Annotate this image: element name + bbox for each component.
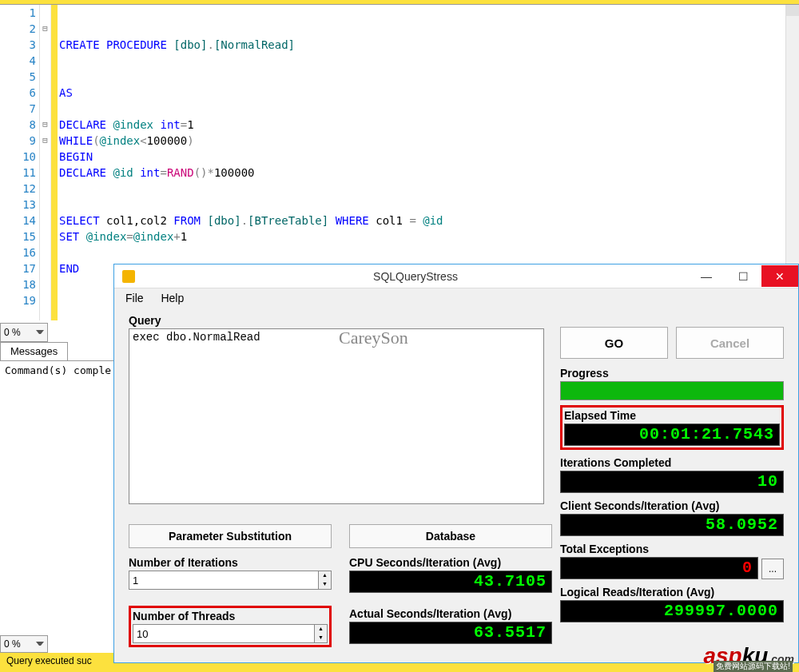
logical-reads-readout: 299997.0000 [560,600,784,622]
messages-tab[interactable]: Messages [0,342,68,361]
chevron-down-icon [36,642,44,650]
num-iterations-label: Number of Iterations [129,556,332,569]
chevron-down-icon [36,330,44,338]
fold-column[interactable]: ⊟⊟⊟ [40,5,51,320]
actual-seconds-readout: 63.5517 [349,622,552,644]
client-seconds-label: Client Seconds/Iteration (Avg) [560,499,784,512]
change-marker [51,5,58,320]
num-threads-input[interactable] [133,624,315,643]
go-button[interactable]: GO [560,327,668,359]
num-threads-label: Number of Threads [133,610,328,622]
window-title: SQLQueryStress [143,270,688,283]
progress-bar [560,381,784,400]
menu-bar: File Help [114,288,798,309]
app-icon [122,270,135,283]
database-button[interactable]: Database [349,524,552,548]
threads-stepper[interactable]: ▲▼ [315,624,328,643]
sqlquerystress-window: SQLQueryStress — ☐ ✕ File Help Query exe… [113,264,799,663]
progress-label: Progress [560,367,784,380]
total-exceptions-readout: 0 [560,557,758,579]
param-substitution-button[interactable]: Parameter Substitution [129,524,332,548]
cpu-seconds-readout: 43.7105 [349,571,552,593]
elapsed-highlight: Elapsed Time 00:01:21.7543 [560,405,784,450]
elapsed-readout: 00:01:21.7543 [564,423,780,446]
iterations-completed-readout: 10 [560,471,784,493]
cancel-button[interactable]: Cancel [676,327,784,359]
exceptions-details-button[interactable]: ... [761,559,784,579]
close-button[interactable]: ✕ [761,265,798,287]
threads-highlight: Number of Threads ▲▼ [129,606,332,647]
total-exceptions-label: Total Exceptions [560,543,784,555]
line-gutter: 12345678910111213141516171819 [0,5,40,320]
zoom-dropdown-bottom[interactable]: 0 % [0,635,48,653]
watermark: CareySon [339,328,408,348]
zoom-dropdown[interactable]: 0 % [0,323,48,342]
query-label: Query [129,314,552,327]
cpu-seconds-label: CPU Seconds/Iteration (Avg) [349,556,552,569]
client-seconds-readout: 58.0952 [560,514,784,536]
window-titlebar[interactable]: SQLQueryStress — ☐ ✕ [114,264,798,288]
iterations-completed-label: Iterations Completed [560,456,784,469]
menu-file[interactable]: File [125,292,144,304]
aspku-subtitle: 免费网站源码下载站! [714,661,793,672]
maximize-button[interactable]: ☐ [725,265,761,287]
actual-seconds-label: Actual Seconds/Iteration (Avg) [349,607,552,620]
menu-help[interactable]: Help [161,292,184,304]
minimize-button[interactable]: — [688,265,725,287]
logical-reads-label: Logical Reads/Iteration (Avg) [560,586,784,598]
query-input[interactable]: exec dbo.NormalRead [129,328,544,504]
iterations-stepper[interactable]: ▲▼ [319,571,332,590]
elapsed-label: Elapsed Time [564,409,780,422]
num-iterations-input[interactable] [129,571,319,590]
